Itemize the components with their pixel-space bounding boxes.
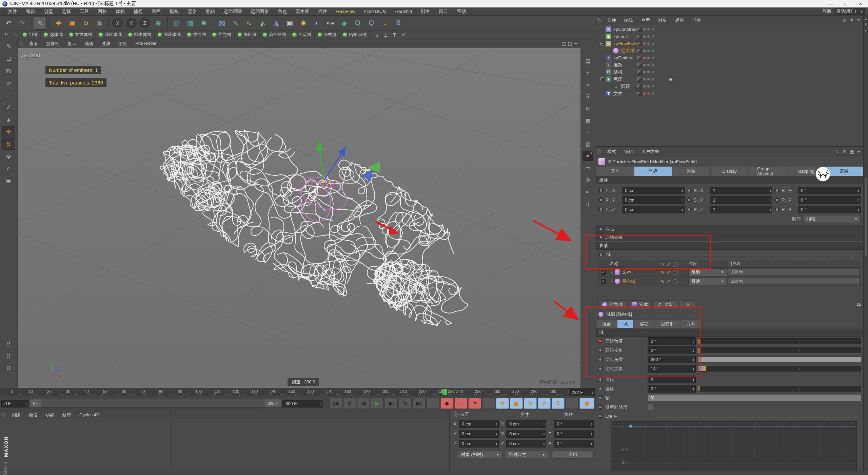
field-create-button[interactable]: 声音域 [289, 31, 315, 39]
gap[interactable] [427, 398, 439, 409]
offset-input[interactable]: 0 °▴▾ [648, 385, 696, 393]
expand-toggle[interactable] [600, 77, 604, 81]
object-label[interactable]: 圆环 [621, 83, 630, 90]
end-angle-slider[interactable] [698, 357, 861, 362]
anim-radio[interactable] [598, 395, 603, 400]
om-menu-item[interactable]: 查看 [637, 17, 654, 23]
attribute-tab[interactable]: 对象 [672, 167, 710, 176]
sep[interactable] [31, 17, 32, 29]
menu-item[interactable]: 捕捉 [129, 8, 147, 15]
object-tree-row[interactable]: ◉ xpLimit ✓ [596, 33, 863, 40]
anim-radio[interactable] [598, 339, 603, 344]
expand-toggle[interactable] [600, 56, 604, 60]
grid-array-icon-3[interactable]: ⠿ [2, 363, 15, 374]
rotation-input[interactable]: 0 °▴▾ [554, 420, 594, 428]
workplane-icon[interactable]: ⊥ [381, 31, 390, 39]
workplane-mode-icon[interactable]: ▱ [2, 77, 15, 89]
spinner-icon[interactable]: ▴▾ [770, 189, 771, 192]
om-menu-item[interactable]: 书签 [688, 17, 705, 23]
key-rotation-toggle[interactable]: ↻ [524, 398, 537, 409]
dock-queue-icon[interactable]: ▸ [583, 187, 593, 196]
layer-chip[interactable] [637, 49, 642, 53]
visibility-toggles[interactable]: ✓ [634, 76, 665, 83]
brush-icon[interactable]: ✐ [399, 31, 408, 39]
visibility-dot-bottom[interactable] [647, 78, 650, 80]
visibility-toggles[interactable]: ✓ [634, 47, 665, 54]
enable-check-icon[interactable]: ✓ [651, 91, 655, 96]
life-graph[interactable]: 0.8 0.4 [611, 421, 861, 473]
expand-toggle[interactable] [600, 27, 604, 31]
menu-item[interactable]: INSYDIUM [360, 9, 391, 14]
light-menu[interactable]: ✺ [297, 17, 310, 30]
expand-toggle[interactable] [600, 70, 604, 74]
apply-button[interactable]: 应用 [552, 451, 594, 459]
grid-array-icon-1[interactable]: ⠿ [2, 339, 15, 350]
viewport-maximize-icon[interactable]: ◰ [568, 41, 572, 46]
anim-radio[interactable] [598, 414, 603, 419]
enable-check-icon[interactable]: ✓ [651, 41, 655, 46]
coordinate-system-toggle[interactable]: ⊕ [152, 17, 165, 30]
menu-item[interactable]: 创建 [39, 8, 57, 15]
start-morph-slider[interactable] [698, 347, 861, 353]
menu-item[interactable]: 流水线 [291, 8, 314, 15]
layer-chip[interactable] [637, 41, 642, 46]
direction-icon[interactable]: ↗ [667, 279, 671, 284]
end-morph-input[interactable]: 14 °▴▾ [648, 365, 696, 373]
anim-radio[interactable] [687, 207, 692, 212]
am-search-icon[interactable]: ⊙ [843, 149, 846, 154]
material-menu-item[interactable]: Cycles 4D [75, 412, 103, 418]
gap[interactable] [566, 398, 578, 409]
field-create-button[interactable]: 圆锥体域 [125, 31, 155, 39]
material-menu-item[interactable]: 编辑 [24, 412, 41, 418]
maximize-button[interactable]: □ [838, 0, 853, 7]
go-to-end-button[interactable]: ▶| [413, 398, 426, 409]
spinner-icon[interactable]: ▴▾ [770, 208, 771, 211]
start-morph-input[interactable]: 0 °▴▾ [648, 346, 696, 354]
axis-gizmo[interactable] [18, 48, 580, 388]
menu-item[interactable]: 帮助 [452, 8, 470, 15]
dock-grid-icon[interactable]: ⊞ [583, 104, 593, 113]
om-menu-item[interactable]: 标签 [671, 17, 688, 23]
viewport-menu-item[interactable]: 显示 [63, 41, 80, 47]
field-create-button[interactable]: 随机域 [235, 31, 260, 39]
current-frame-input[interactable]: 232 F▴▾ [569, 388, 595, 396]
timeline-ruler[interactable]: 0102030405060708090100110120130140150160… [0, 388, 596, 396]
object-label[interactable]: xpEmitter [613, 55, 633, 60]
field-create-button[interactable]: 线性域 [184, 31, 210, 39]
menu-item[interactable]: 雕刻 [201, 8, 219, 15]
field-subtab[interactable]: 方向 [680, 320, 701, 328]
coord-input[interactable]: 1▴▾ [710, 196, 773, 204]
object-label[interactable]: 文本 [613, 91, 623, 97]
field-create-button[interactable]: 公式域 [315, 31, 340, 39]
visibility-toggles[interactable]: ✓ [634, 26, 665, 33]
visibility-dot-top[interactable] [643, 42, 646, 45]
lock-y-toggle[interactable]: Y [126, 18, 137, 28]
field-create-button[interactable]: 组域 [20, 31, 41, 39]
rotation-order-select[interactable]: HPB▼ [804, 215, 861, 223]
field-layer-row[interactable]: ✓ └文本 ∿ ↗ ◯ 限制▼ 100 % [598, 268, 861, 277]
go-to-start-button[interactable]: |◀ [329, 398, 342, 409]
field-create-button[interactable]: 圆环体域 [155, 31, 184, 39]
enable-check-icon[interactable]: ✓ [651, 48, 655, 53]
autokey-button[interactable]: ◌ [454, 398, 467, 409]
preview-range-slider[interactable]: 0 F 300 F [30, 399, 281, 408]
field-create-button[interactable]: 径向域 [209, 31, 235, 39]
key-parameter-toggle[interactable]: P [538, 398, 551, 409]
size-mode-select[interactable]: 绝对尺寸▼ [506, 451, 548, 458]
spinner-icon[interactable]: ▴▾ [682, 208, 683, 211]
anim-radio[interactable] [774, 197, 780, 203]
anim-radio[interactable] [774, 207, 780, 212]
object-tree-row[interactable]: T 文本 ✓ [596, 90, 863, 97]
undo-icon[interactable]: ↶ [2, 17, 15, 30]
object-tree-row[interactable]: ⁘ 推散 ✓ [596, 61, 863, 69]
anim-radio[interactable] [598, 386, 603, 391]
sep[interactable] [167, 17, 168, 29]
field-enable-checkbox[interactable]: ✓ [600, 279, 606, 284]
object-label[interactable]: 随机 [613, 69, 623, 75]
live-selection-tool[interactable]: ⇖ [34, 17, 47, 30]
visibility-toggles[interactable]: ✓ [634, 61, 665, 69]
object-label[interactable]: 克隆 [613, 76, 623, 82]
strip-icon[interactable]: ▾ [865, 29, 867, 33]
radial-field-button[interactable]: 径向域 [598, 300, 626, 309]
keyframe-selection-button[interactable]: ? [468, 398, 481, 409]
